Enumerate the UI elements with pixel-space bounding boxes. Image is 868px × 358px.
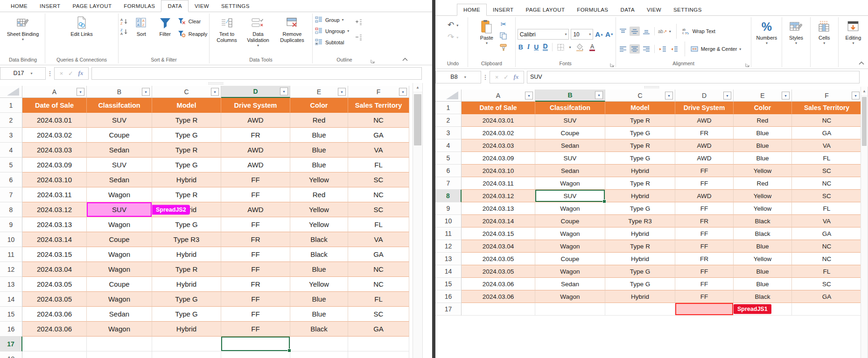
cell-A4[interactable]: 2024.03.03	[462, 139, 535, 152]
cell-E5[interactable]: Blue	[290, 158, 348, 172]
cell-A2[interactable]: 2024.03.01	[22, 113, 87, 128]
cell-A17[interactable]	[462, 303, 535, 316]
enter-icon[interactable]: ✓	[68, 70, 73, 77]
font-name-select[interactable]: Calibri ▾	[518, 29, 569, 40]
cell-D7[interactable]: FF	[221, 187, 290, 202]
cell-F1[interactable]: Sales Territory	[348, 98, 409, 113]
copy-icon[interactable]	[499, 32, 508, 40]
cell-D14[interactable]: FF	[675, 265, 734, 278]
row-header-16[interactable]: 16	[0, 322, 22, 337]
cell-E17[interactable]: SpreadJS1	[734, 303, 792, 316]
splitter-handle[interactable]	[0, 81, 432, 86]
insert-function-icon[interactable]: fx	[78, 69, 83, 77]
cell-B5[interactable]: SUV	[87, 158, 152, 172]
column-header-E[interactable]: E▼	[734, 90, 792, 102]
cell-D2[interactable]: AWD	[221, 113, 290, 128]
cell-E9[interactable]: Yellow	[734, 202, 792, 215]
cell-D13[interactable]: FR	[221, 277, 290, 292]
cell-C9[interactable]: Type G	[605, 202, 675, 215]
cell-E8[interactable]: Yellow	[290, 202, 348, 217]
cell-D8[interactable]: AWD	[221, 202, 290, 217]
cell-E11[interactable]: Black	[734, 227, 792, 240]
cell-F12[interactable]: NC	[792, 240, 862, 253]
cell-C16[interactable]: Hybrid	[152, 322, 221, 337]
cell-E4[interactable]: Blue	[290, 143, 348, 158]
row-header-4[interactable]: 4	[0, 143, 22, 158]
cell-C5[interactable]: Type G	[152, 158, 221, 172]
row-header-7[interactable]: 7	[0, 187, 22, 202]
vertical-scrollbar[interactable]: ▲	[413, 83, 423, 358]
cell-C13[interactable]: Hybrid	[152, 277, 221, 292]
cell-A11[interactable]: 2024.03.15	[462, 227, 535, 240]
align-right-icon[interactable]	[641, 44, 651, 54]
cell-E12[interactable]: Blue	[734, 240, 792, 253]
show-detail-icon[interactable]	[354, 18, 363, 26]
cell-E3[interactable]: Blue	[734, 127, 792, 139]
drag-dots-icon[interactable]: ⋮	[481, 74, 490, 81]
row-header-6[interactable]: 6	[0, 172, 22, 187]
cell-A15[interactable]: 2024.03.06	[462, 278, 535, 290]
cell-D11[interactable]: FF	[675, 227, 734, 240]
cell-D10[interactable]: FR	[675, 215, 734, 227]
double-underline-button[interactable]: D	[543, 43, 547, 51]
cell-A5[interactable]: 2024.03.09	[462, 152, 535, 165]
edit-links-button[interactable]: Edit Links	[69, 14, 95, 38]
cell-D4[interactable]: AWD	[221, 143, 290, 158]
cell-D1[interactable]: Drive System	[675, 102, 734, 114]
cell-C1[interactable]: Model	[152, 98, 221, 113]
column-header-F[interactable]: F▼	[348, 86, 409, 98]
cell-E8[interactable]: Yellow	[734, 190, 792, 202]
tab-insert[interactable]: INSERT	[487, 4, 519, 15]
row-header-15[interactable]: 15	[0, 307, 22, 322]
cell-A16[interactable]: 2024.03.06	[462, 290, 535, 303]
cell-D14[interactable]: FF	[221, 292, 290, 307]
cell-A8[interactable]: 2024.03.12	[22, 202, 87, 217]
cell-F15[interactable]: SC	[792, 278, 862, 290]
cell-A4[interactable]: 2024.03.03	[22, 143, 87, 158]
cell-E6[interactable]: Yellow	[290, 172, 348, 187]
row-header-12[interactable]: 12	[435, 240, 462, 253]
cell-F8[interactable]: SC	[792, 190, 862, 202]
drag-dots-icon[interactable]: ⋮	[46, 70, 54, 77]
tab-formulas[interactable]: FORMULAS	[571, 4, 614, 15]
row-header-7[interactable]: 7	[435, 177, 462, 190]
cell-E18[interactable]	[290, 351, 348, 358]
increase-indent-icon[interactable]	[669, 44, 679, 54]
cells-button[interactable]: Cells ▾	[813, 17, 835, 46]
cell-E15[interactable]: Blue	[290, 307, 348, 322]
cell-E16[interactable]: Black	[734, 290, 792, 303]
column-header-C[interactable]: C▼	[605, 90, 675, 102]
hide-detail-icon[interactable]	[354, 34, 363, 41]
cell-A11[interactable]: 2024.03.15	[22, 247, 87, 262]
italic-button[interactable]: I	[527, 43, 530, 51]
row-header-18[interactable]: 18	[0, 351, 22, 358]
cell-A5[interactable]: 2024.03.09	[22, 158, 87, 172]
cell-F3[interactable]: GA	[792, 127, 862, 139]
cell-F6[interactable]: SC	[348, 172, 409, 187]
collapse-ribbon-button[interactable]	[402, 58, 408, 61]
paste-button[interactable]: Paste ▾	[476, 17, 498, 46]
cell-C18[interactable]	[152, 351, 221, 358]
fill-color-icon[interactable]	[575, 43, 584, 51]
tab-insert[interactable]: INSERT	[34, 0, 66, 12]
cell-E7[interactable]: Red	[734, 177, 792, 190]
row-header-9[interactable]: 9	[0, 217, 22, 232]
dialog-launcher-icon[interactable]	[371, 59, 375, 63]
cell-D16[interactable]: FF	[221, 322, 290, 337]
cell-D15[interactable]: FF	[675, 278, 734, 290]
cell-F5[interactable]: FL	[792, 152, 862, 165]
cell-F8[interactable]: SC	[348, 202, 409, 217]
tab-formulas[interactable]: FORMULAS	[118, 0, 161, 12]
cell-B8[interactable]: SUV	[87, 202, 152, 217]
filter-dropdown-icon[interactable]: ▼	[525, 91, 533, 99]
cell-F16[interactable]: GA	[792, 290, 862, 303]
filter-dropdown-icon[interactable]: ▼	[142, 88, 150, 96]
cell-E11[interactable]: Black	[290, 247, 348, 262]
cell-F12[interactable]: NC	[348, 262, 409, 277]
row-header-14[interactable]: 14	[435, 265, 462, 278]
cell-B7[interactable]: Wagon	[87, 187, 152, 202]
cell-A9[interactable]: 2024.03.13	[22, 217, 87, 232]
cell-C4[interactable]: Type R	[152, 143, 221, 158]
cell-D15[interactable]: FF	[221, 307, 290, 322]
cell-E17[interactable]	[290, 337, 348, 351]
